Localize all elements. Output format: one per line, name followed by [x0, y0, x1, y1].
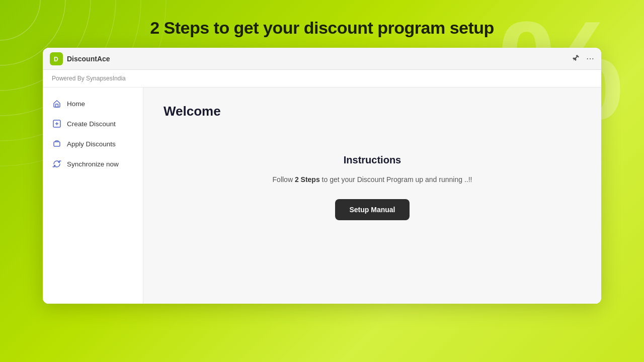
sidebar-label-apply-discounts: Apply Discounts	[67, 140, 116, 148]
app-logo: D	[50, 52, 63, 65]
sidebar-label-create-discount: Create Discount	[67, 120, 116, 128]
sidebar-item-create-discount[interactable]: Create Discount	[43, 114, 143, 134]
instructions-text: Follow 2 Steps to get your Discount Prog…	[174, 174, 571, 185]
title-bar-left: D DiscountAce	[50, 52, 110, 65]
main-layout: Home Create Discount	[43, 87, 601, 304]
welcome-title: Welcome	[164, 104, 581, 119]
sidebar-label-synchronize-now: Synchronize now	[67, 160, 119, 168]
instructions-title: Instructions	[174, 154, 571, 166]
subtitle-bar: Powered By SynapsesIndia	[43, 70, 601, 87]
pin-icon[interactable]	[572, 54, 580, 64]
instructions-text-before: Follow	[273, 175, 295, 184]
setup-manual-button[interactable]: Setup Manual	[335, 199, 409, 220]
powered-by-text: Powered By SynapsesIndia	[52, 75, 126, 82]
app-name: DiscountAce	[67, 55, 110, 63]
layers-icon	[52, 139, 62, 149]
app-window: D DiscountAce ⋯ Powered By SynapsesIndia	[43, 48, 601, 304]
title-bar-right: ⋯	[572, 54, 594, 64]
sidebar-label-home: Home	[67, 100, 85, 108]
page-title: 2 Steps to get your discount program set…	[0, 18, 644, 38]
title-bar: D DiscountAce ⋯	[43, 48, 601, 70]
content-area: Welcome Instructions Follow 2 Steps to g…	[143, 87, 601, 304]
instructions-box: Instructions Follow 2 Steps to get your …	[164, 134, 581, 240]
page-title-area: 2 Steps to get your discount program set…	[0, 0, 644, 48]
svg-rect-13	[54, 142, 60, 146]
svg-text:D: D	[54, 56, 58, 63]
sidebar: Home Create Discount	[43, 87, 143, 304]
sidebar-item-apply-discounts[interactable]: Apply Discounts	[43, 134, 143, 154]
sidebar-item-synchronize-now[interactable]: Synchronize now	[43, 154, 143, 174]
refresh-icon	[52, 159, 62, 169]
sidebar-item-home[interactable]: Home	[43, 94, 143, 114]
plus-square-icon	[52, 119, 62, 129]
home-icon	[52, 99, 62, 109]
instructions-text-after: to get your Discount Program up and runn…	[320, 175, 472, 184]
svg-rect-9	[56, 104, 58, 107]
more-icon[interactable]: ⋯	[586, 54, 594, 63]
instructions-bold: 2 Steps	[295, 175, 320, 184]
